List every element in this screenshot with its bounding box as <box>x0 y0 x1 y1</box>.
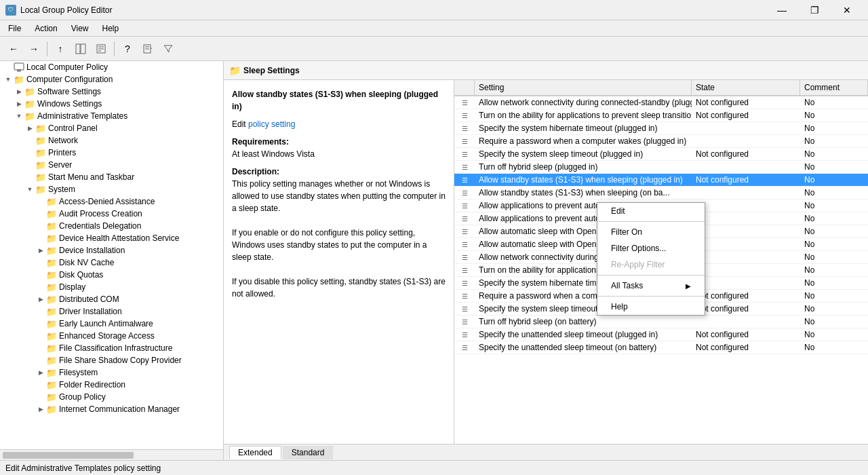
table-row[interactable]: ☰ Specify the unattended sleep timeout (… <box>454 341 868 354</box>
desc-description-title: Description: <box>232 166 446 178</box>
table-row[interactable]: ☰ Allow standby states (S1-S3) when slee… <box>454 187 868 200</box>
tree-item-distributed-com[interactable]: 📁 Distributed COM <box>0 293 223 305</box>
tree-item-disk-quotas[interactable]: 📁 Disk Quotas <box>0 269 223 281</box>
distributed-com-expand[interactable] <box>35 294 46 305</box>
path-folder-icon: 📁 <box>229 65 241 76</box>
tree-item-start-menu[interactable]: 📁 Start Menu and Taskbar <box>0 171 223 183</box>
tree-item-software-settings[interactable]: 📁 Software Settings <box>0 86 223 98</box>
table-row[interactable]: ☰ Turn on the ability for applications t… <box>454 109 868 122</box>
back-button[interactable]: ← <box>4 39 23 58</box>
tree-item-folder-redirection[interactable]: 📁 Folder Redirection <box>0 379 223 391</box>
show-hide-console-tree[interactable] <box>71 39 90 58</box>
tree-item-display[interactable]: 📁 Display <box>0 281 223 293</box>
tree-item-control-panel[interactable]: 📁 Control Panel <box>0 122 223 134</box>
tree-item-windows-settings[interactable]: 📁 Windows Settings <box>0 98 223 110</box>
folder-icon-10: 📁 <box>35 184 46 195</box>
device-installation-expand[interactable] <box>35 245 46 256</box>
tree-item-early-launch[interactable]: 📁 Early Launch Antimalware <box>0 318 223 330</box>
col-state[interactable]: State <box>692 80 800 95</box>
setting-icon: ☰ <box>462 292 468 300</box>
menu-view[interactable]: View <box>66 22 94 35</box>
windows-settings-expand[interactable] <box>14 98 24 109</box>
tree-item-file-share-shadow[interactable]: 📁 File Share Shadow Copy Provider <box>0 354 223 366</box>
ctx-edit[interactable]: Edit <box>597 203 705 219</box>
row-icon: ☰ <box>454 277 475 289</box>
status-bar: Edit Administrative Templates policy set… <box>0 460 868 475</box>
disk-nv-label: Disk NV Cache <box>59 258 114 267</box>
row-state: Not configured <box>692 148 800 160</box>
tree-item-enhanced-storage[interactable]: 📁 Enhanced Storage Access <box>0 330 223 342</box>
menu-help[interactable]: Help <box>97 22 125 35</box>
ctx-filter-options[interactable]: Filter Options... <box>597 240 705 256</box>
tree-item-group-policy[interactable]: 📁 Group Policy <box>0 391 223 403</box>
control-panel-expand[interactable] <box>24 123 35 134</box>
software-settings-expand[interactable] <box>14 86 24 97</box>
tree-item-network[interactable]: 📁 Network <box>0 134 223 147</box>
minimize-button[interactable]: — <box>766 3 797 18</box>
up-button[interactable]: ↑ <box>51 39 70 58</box>
tree-scroll[interactable]: Local Computer Policy 📁 Computer Configu… <box>0 61 223 449</box>
tree-item-filesystem[interactable]: 📁 Filesystem <box>0 366 223 379</box>
desc-policy-link[interactable]: policy setting <box>248 119 295 129</box>
col-comment[interactable]: Comment <box>800 80 868 95</box>
admin-templates-expand[interactable] <box>14 111 24 121</box>
row-comment: No <box>800 135 868 147</box>
tree-item-system[interactable]: 📁 System <box>0 183 223 195</box>
row-icon: ☰ <box>454 316 475 328</box>
filter-button[interactable] <box>159 39 178 58</box>
tree-item-computer-config[interactable]: 📁 Computer Configuration <box>0 73 223 86</box>
row-state <box>692 200 800 212</box>
ctx-help[interactable]: Help <box>597 299 705 315</box>
col-setting[interactable]: Setting <box>475 80 692 95</box>
tree-item-device-health[interactable]: 📁 Device Health Attestation Service <box>0 232 223 244</box>
tree-item-audit-process[interactable]: 📁 Audit Process Creation <box>0 208 223 220</box>
tree-item-file-classification[interactable]: 📁 File Classification Infrastructure <box>0 342 223 354</box>
tree-item-access-denied[interactable]: 📁 Access-Denied Assistance <box>0 195 223 208</box>
menu-file[interactable]: File <box>3 22 26 35</box>
tree-item-driver-installation[interactable]: 📁 Driver Installation <box>0 305 223 318</box>
export-button[interactable] <box>138 39 157 58</box>
restore-button[interactable]: ❐ <box>799 3 830 18</box>
filesystem-expand[interactable] <box>35 367 46 378</box>
tree-item-internet-comm[interactable]: 📁 Internet Communication Manager <box>0 403 223 415</box>
close-button[interactable]: ✕ <box>831 3 863 18</box>
tab-standard[interactable]: Standard <box>283 446 334 459</box>
tree-root[interactable]: Local Computer Policy <box>0 61 223 73</box>
row-icon: ☰ <box>454 238 475 250</box>
help-button[interactable]: ? <box>118 39 137 58</box>
setting-icon: ☰ <box>462 331 468 339</box>
internet-comm-expand[interactable] <box>35 404 46 415</box>
table-row[interactable]: ☰ Turn off hybrid sleep (plugged in) No <box>454 161 868 174</box>
table-row[interactable]: ☰ Specify the system sleep timeout (plug… <box>454 148 868 161</box>
tree-item-credentials-delegation[interactable]: 📁 Credentials Delegation <box>0 220 223 232</box>
table-row[interactable]: ☰ Allow standby states (S1-S3) when slee… <box>454 174 868 187</box>
table-row[interactable]: ☰ Specify the system hibernate timeout (… <box>454 122 868 135</box>
row-icon: ☰ <box>454 148 475 160</box>
computer-config-expand[interactable] <box>3 74 14 85</box>
ctx-all-tasks[interactable]: All Tasks ▶ <box>597 278 705 294</box>
tree-item-disk-nv[interactable]: 📁 Disk NV Cache <box>0 256 223 269</box>
tree-item-admin-templates[interactable]: 📁 Administrative Templates <box>0 110 223 122</box>
menu-action[interactable]: Action <box>29 22 62 35</box>
tab-extended[interactable]: Extended <box>229 446 281 459</box>
tree-item-server[interactable]: 📁 Server <box>0 159 223 171</box>
row-comment: No <box>800 212 868 225</box>
system-expand[interactable] <box>24 184 35 195</box>
setting-icon: ☰ <box>462 112 468 119</box>
ctx-filter-on[interactable]: Filter On <box>597 224 705 240</box>
properties-button[interactable] <box>92 39 111 58</box>
tree-item-device-installation[interactable]: 📁 Device Installation <box>0 244 223 256</box>
network-expand <box>24 135 35 146</box>
folder-icon-4: 📁 <box>24 111 35 121</box>
table-row[interactable]: ☰ Require a password when a computer wak… <box>454 135 868 148</box>
table-row[interactable]: ☰ Turn off hybrid sleep (on battery) No <box>454 316 868 328</box>
table-row[interactable]: ☰ Specify the unattended sleep timeout (… <box>454 328 868 341</box>
tree-hscrollbar[interactable] <box>0 449 223 460</box>
ctx-reapply-filter[interactable]: Re-Apply Filter <box>597 256 705 273</box>
table-row[interactable]: ☰ Allow network connectivity during conn… <box>454 96 868 109</box>
computer-config-label: Computer Configuration <box>26 75 113 84</box>
row-comment: No <box>800 225 868 238</box>
title-bar: 🛡 Local Group Policy Editor — ❐ ✕ <box>0 0 868 20</box>
tree-item-printers[interactable]: 📁 Printers <box>0 147 223 159</box>
forward-button[interactable]: → <box>24 39 43 58</box>
